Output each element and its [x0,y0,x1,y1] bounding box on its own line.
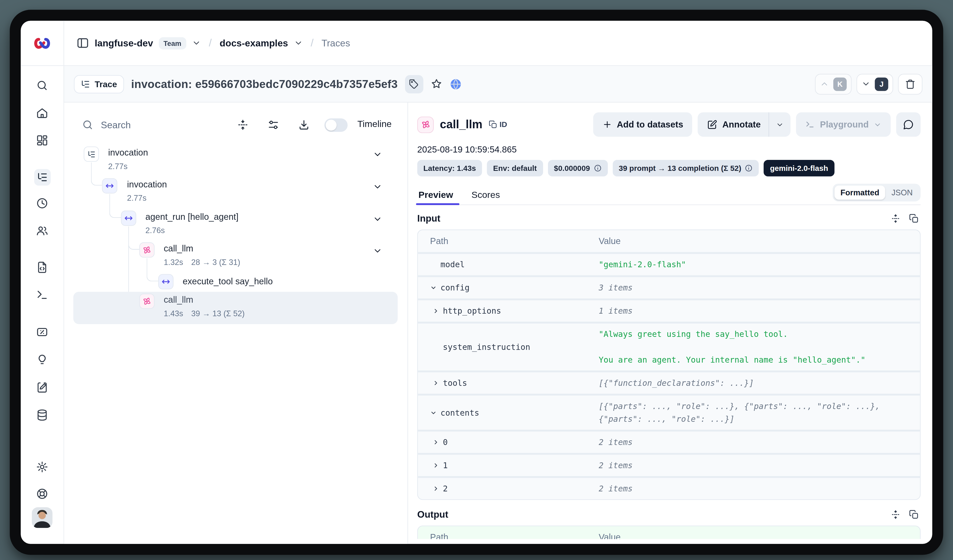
table-row[interactable]: tools [{"function_declarations": ...}] [418,372,920,396]
observation-tree-panel: Timeline [64,102,408,544]
delete-trace-button[interactable] [898,73,923,94]
collapse-all-icon[interactable] [237,119,248,131]
chevron-up-icon [820,79,829,88]
copy-icon[interactable] [909,510,919,520]
cost-badge[interactable]: $0.000009 [548,160,608,176]
expand-vertical-icon[interactable] [891,214,900,223]
breadcrumb-separator: / [206,37,214,49]
copy-icon[interactable] [909,214,919,223]
latency-badge: Latency: 1.43s [417,160,482,176]
chevron-right-icon[interactable] [433,439,439,446]
tracing-icon-active[interactable] [21,169,64,186]
selected-row-highlight [73,292,397,324]
annotate-dropdown-button[interactable] [769,112,791,137]
pen-square-icon [707,119,717,130]
annotation-clipboard-icon[interactable] [21,381,64,393]
project-plan-badge: Team [158,37,186,49]
org-logo[interactable] [21,21,64,65]
table-row[interactable]: model "gemini-2.0-flash" [418,254,920,277]
project-switcher-chevron-icon[interactable] [192,39,201,48]
tab-scores[interactable]: Scores [470,184,501,204]
table-row[interactable]: config 3 items [418,277,920,300]
trace-node-icon [84,146,99,162]
collapse-node-icon[interactable] [373,214,382,224]
table-row[interactable]: system_instruction "Always greet using t… [418,323,920,372]
public-share-button[interactable] [450,78,462,90]
collapse-node-icon[interactable] [373,246,382,256]
home-icon[interactable] [21,107,64,119]
tree-connector [91,162,102,186]
table-row[interactable]: contents [{"parts": ..., "role": ...}, {… [418,396,920,432]
chevron-right-icon[interactable] [433,485,439,492]
star-icon [431,78,442,90]
table-row[interactable]: 2 2 items [418,478,920,499]
tab-preview[interactable]: Preview [417,184,454,204]
chevron-right-icon[interactable] [433,308,439,314]
expand-vertical-icon[interactable] [891,510,900,520]
next-observation-button[interactable]: J [857,73,893,94]
bookmark-star-button[interactable] [431,78,442,90]
observation-title: call_llm [440,118,483,131]
breadcrumb-separator: / [308,37,316,49]
plus-icon [602,120,612,129]
support-lifebuoy-icon[interactable] [21,487,64,500]
breadcrumb-project[interactable]: langfuse-dev [95,37,153,48]
table-header-row: Path Value [418,230,920,254]
evals-card-icon[interactable] [21,326,64,338]
tree-search-input[interactable] [101,116,217,134]
generation-node-icon [139,242,155,258]
section-switcher-chevron-icon[interactable] [293,39,303,48]
format-json[interactable]: JSON [885,185,919,199]
token-usage-badge[interactable]: 39 prompt → 13 completion (Σ 52) [613,160,759,176]
preview-scroll-area[interactable]: Input Path Value [417,205,920,539]
col-path: Path [418,526,599,539]
langfuse-app: langfuse-dev Team / docs-examples / Trac… [21,21,932,544]
comments-button[interactable] [896,112,920,137]
user-avatar[interactable] [21,507,64,528]
dashboard-icon[interactable] [21,135,64,147]
info-icon [594,164,602,172]
chevron-right-icon[interactable] [433,462,439,469]
format-formatted[interactable]: Formatted [834,185,885,199]
collapse-node-icon[interactable] [373,149,382,159]
search-nav-icon[interactable] [21,79,64,91]
chevron-down-icon[interactable] [430,409,437,416]
terminal-icon[interactable] [21,289,64,301]
info-icon [745,164,753,172]
sessions-clock-icon[interactable] [21,197,64,209]
chevron-right-icon[interactable] [433,380,439,386]
add-to-datasets-button[interactable]: Add to datasets [593,112,692,137]
tag-icon [409,79,419,89]
sidebar-toggle-icon[interactable] [76,37,89,50]
timeline-toggle[interactable] [324,118,348,132]
chevron-down-icon[interactable] [430,284,437,291]
breadcrumb-page[interactable]: Traces [321,37,350,48]
download-icon[interactable] [298,119,310,131]
globe-icon [450,78,462,90]
span-node-icon [158,274,174,289]
next-keycap: J [875,77,888,91]
table-row[interactable]: 0 2 items [418,432,920,455]
lightbulb-icon[interactable] [21,353,64,366]
breadcrumb-section[interactable]: docs-examples [220,37,288,48]
table-row[interactable]: 1 2 items [418,455,920,478]
collapse-node-icon[interactable] [373,182,382,192]
table-row[interactable]: http_options 1 items [418,300,920,323]
col-value: Value [599,526,920,539]
col-value: Value [599,230,920,252]
knot-logo-icon [33,36,51,50]
playground-button[interactable]: Playground [796,112,891,137]
prev-observation-button[interactable]: K [815,73,852,94]
model-badge[interactable]: gemini-2.0-flash [764,160,834,176]
tree-connector [128,226,139,250]
users-icon[interactable] [21,225,64,237]
tree-settings-icon[interactable] [267,119,279,131]
database-icon[interactable] [21,409,64,421]
annotate-button[interactable]: Annotate [698,112,768,137]
generation-type-icon [417,116,434,133]
file-code-icon[interactable] [21,261,64,273]
trace-type-chip: Trace [74,75,124,93]
tags-button[interactable] [405,75,424,93]
settings-gear-icon[interactable] [21,461,64,473]
copy-id-button[interactable]: ID [489,121,507,129]
